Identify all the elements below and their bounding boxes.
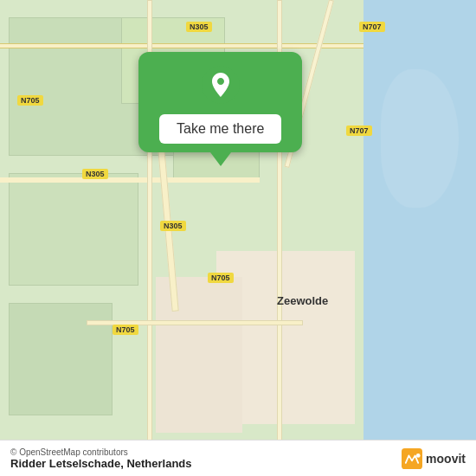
copyright-text: © OpenStreetMap contributors bbox=[10, 447, 402, 457]
road-n305-horizontal bbox=[0, 177, 260, 183]
field-parcel-2 bbox=[9, 173, 138, 286]
moovit-icon bbox=[402, 448, 422, 469]
take-me-there-button[interactable]: Take me there bbox=[159, 114, 281, 144]
road-label-n705_top_left: N705 bbox=[17, 95, 43, 106]
urban-area-secondary bbox=[156, 277, 242, 433]
road-label-n707_top_right: N707 bbox=[359, 22, 385, 32]
road-label-n705_right: N705 bbox=[208, 273, 234, 283]
road-label-n707_mid_right: N707 bbox=[346, 125, 372, 136]
location-pin-icon bbox=[202, 66, 240, 104]
bottom-bar: © OpenStreetMap contributors Ridder Lets… bbox=[0, 440, 476, 476]
road-label-n705_mid: N705 bbox=[113, 325, 138, 335]
popup-box: Take me there bbox=[138, 52, 302, 152]
water-inner bbox=[381, 69, 459, 208]
road-label-n305_mid: N305 bbox=[160, 221, 186, 231]
popup-tail bbox=[210, 152, 231, 166]
svg-point-2 bbox=[416, 453, 421, 458]
svg-rect-1 bbox=[402, 448, 422, 469]
road-horizontal-top bbox=[0, 43, 363, 48]
moovit-label: moovit bbox=[426, 452, 466, 466]
road-label-n305_mid_left: N305 bbox=[82, 169, 108, 179]
map-container: (function() { const data = JSON.parse(do… bbox=[0, 0, 476, 476]
moovit-logo: moovit bbox=[402, 448, 466, 469]
road-label-n305_top: N305 bbox=[186, 22, 212, 32]
location-name: Ridder Letselschade, Netherlands bbox=[10, 457, 402, 470]
map-popup: Take me there bbox=[138, 52, 302, 166]
city-label-zeewolde: Zeewolde bbox=[277, 294, 328, 307]
